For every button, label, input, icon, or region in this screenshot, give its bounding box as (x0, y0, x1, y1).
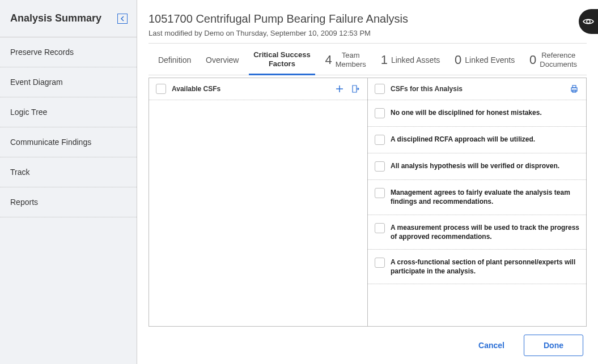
csf-text: A cross-functional section of plant pers… (391, 258, 579, 276)
sidebar-item-preserve-records[interactable]: Preserve Records (0, 37, 137, 67)
csf-panes: Available CSFs CSFs for this Analysis (149, 78, 587, 327)
tab-count: 0 (529, 53, 536, 67)
available-csfs-pane: Available CSFs (149, 78, 367, 326)
sidebar-item-reports[interactable]: Reports (0, 187, 137, 217)
selected-csfs-pane: CSFs for this Analysis No one will be di… (367, 78, 586, 326)
csf-checkbox[interactable] (375, 258, 385, 268)
available-csfs-title: Available CSFs (172, 85, 329, 93)
tab-count: 0 (455, 53, 461, 67)
tab-label: Reference Documents (540, 51, 577, 68)
page-title: 1051700 Centrifugal Pump Bearing Failure… (149, 12, 587, 25)
svg-point-3 (587, 20, 590, 23)
csf-text: All analysis hypothesis will be verified… (391, 161, 579, 170)
tab-linked-events[interactable]: 0 Linked Events (450, 49, 519, 73)
csf-row[interactable]: Management agrees to fairly evaluate the… (368, 180, 586, 215)
done-button[interactable]: Done (524, 335, 583, 356)
tab-definition[interactable]: Definition (154, 52, 196, 70)
sidebar-item-event-diagram[interactable]: Event Diagram (0, 67, 137, 97)
footer: Cancel Done (149, 327, 587, 357)
tab-label: Critical Success Factors (253, 50, 310, 68)
tab-count: 4 (325, 53, 332, 67)
sidebar: Analysis Summary Preserve Records Event … (0, 0, 137, 364)
tab-label: Linked Events (465, 55, 515, 65)
csf-checkbox[interactable] (375, 135, 385, 145)
add-csf-button[interactable] (334, 84, 345, 94)
print-button[interactable] (569, 84, 579, 94)
tab-label: Definition (158, 55, 191, 65)
csf-text: A measurement process will be used to tr… (391, 223, 579, 241)
cancel-button[interactable]: Cancel (470, 335, 512, 356)
tab-critical-success-factors[interactable]: Critical Success Factors (249, 47, 315, 75)
csf-text: Management agrees to fairly evaluate the… (391, 188, 579, 206)
tab-label: Overview (206, 55, 239, 65)
selected-csfs-title: CSFs for this Analysis (391, 85, 563, 93)
select-all-selected-checkbox[interactable] (375, 84, 385, 94)
csf-row[interactable]: No one will be disciplined for honest mi… (368, 100, 586, 127)
collapse-sidebar-button[interactable] (117, 14, 128, 24)
sidebar-item-track[interactable]: Track (0, 157, 137, 187)
tab-reference-documents[interactable]: 0 Reference Documents (525, 48, 582, 74)
csf-checkbox[interactable] (375, 188, 385, 198)
csf-checkbox[interactable] (375, 108, 385, 118)
move-right-button[interactable] (350, 84, 361, 94)
eye-icon (583, 18, 594, 25)
tab-overview[interactable]: Overview (201, 52, 243, 70)
tabs: Definition Overview Critical Success Fac… (149, 44, 587, 75)
selected-csfs-list: No one will be disciplined for honest mi… (368, 100, 586, 326)
tab-label: Team Members (336, 51, 366, 68)
csf-row[interactable]: A disciplined RCFA approach will be util… (368, 127, 586, 153)
svg-rect-1 (572, 85, 576, 88)
csf-text: No one will be disciplined for honest mi… (391, 108, 579, 117)
tab-linked-assets[interactable]: 1 Linked Assets (376, 49, 445, 73)
csf-row[interactable]: A measurement process will be used to tr… (368, 215, 586, 250)
csf-row[interactable]: All analysis hypothesis will be verified… (368, 153, 586, 180)
tab-label: Linked Assets (391, 55, 440, 65)
sidebar-title: Analysis Summary (10, 12, 101, 24)
page-subtitle: Last modified by Demo on Thursday, Septe… (149, 29, 587, 44)
csf-checkbox[interactable] (375, 161, 385, 172)
tab-count: 1 (381, 53, 388, 67)
tab-team-members[interactable]: 4 Team Members (320, 48, 370, 74)
csf-checkbox[interactable] (375, 223, 385, 233)
select-all-available-checkbox[interactable] (156, 84, 166, 94)
sidebar-item-logic-tree[interactable]: Logic Tree (0, 97, 137, 127)
available-csfs-list (149, 100, 367, 326)
csf-text: A disciplined RCFA approach will be util… (391, 135, 579, 144)
csf-row[interactable]: A cross-functional section of plant pers… (368, 250, 586, 284)
main: 1051700 Centrifugal Pump Bearing Failure… (137, 0, 598, 364)
sidebar-item-communicate-findings[interactable]: Communicate Findings (0, 127, 137, 157)
